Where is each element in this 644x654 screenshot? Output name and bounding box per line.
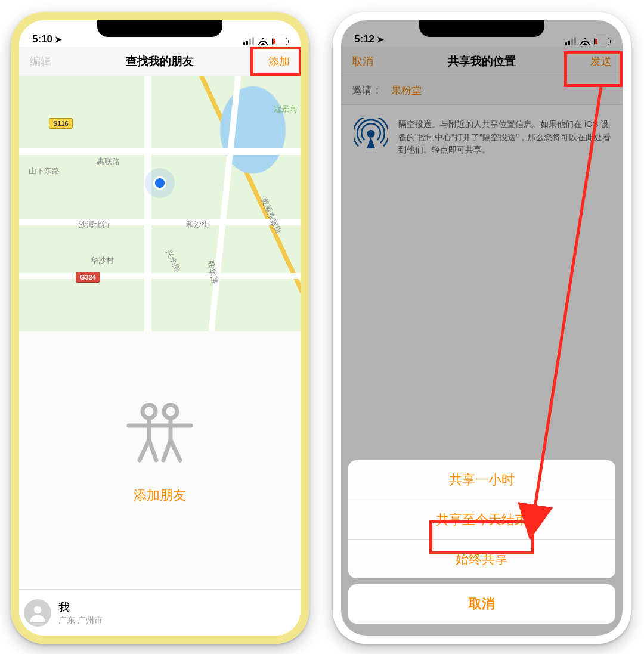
svg-line-6: [149, 440, 156, 460]
map-label-huashacun: 华沙村: [91, 255, 114, 266]
status-time: 5:10: [32, 33, 52, 45]
road-shield-s116: S116: [49, 118, 73, 129]
road-shield-g324: G324: [76, 272, 100, 283]
svg-point-0: [143, 405, 156, 418]
highlight-add-button: [250, 47, 301, 76]
page-title: 查找我的朋友: [126, 54, 194, 69]
signal-icon: [243, 37, 254, 45]
map-label-shanxia: 山下东路: [29, 166, 60, 176]
map-label-xinghuajie: 兴华街: [163, 248, 182, 274]
highlight-send-button: [564, 51, 623, 87]
map-label-heshajie: 和沙街: [186, 219, 209, 230]
edit-button[interactable]: 编辑: [30, 54, 51, 69]
notch: [419, 20, 544, 37]
svg-line-7: [163, 440, 171, 460]
map-view[interactable]: S116 G324 冠景高 惠联路 山下东路 沙湾北街 和沙街 华沙村 兴华街 …: [19, 76, 301, 331]
me-location: 广东 广州市: [58, 615, 103, 626]
add-friends-card[interactable]: 添加朋友: [19, 331, 301, 504]
svg-line-8: [171, 440, 180, 460]
phone-left: 5:10 ➤ 编辑 查找我的朋友 添加 S116 G324: [11, 12, 309, 644]
svg-point-9: [34, 606, 42, 613]
phone-right: 5:12 ➤ 取消 共享我的位置 发送 邀请： 果粉堂: [333, 12, 631, 644]
notch: [97, 20, 222, 37]
map-label-guanjinggao: 冠景高: [274, 104, 297, 114]
battery-low-icon: [272, 38, 287, 45]
map-label-shawanbeijie: 沙湾北街: [79, 219, 110, 230]
add-friends-label: 添加朋友: [19, 486, 301, 504]
friends-icon: [19, 403, 301, 466]
me-name: 我: [58, 600, 103, 615]
svg-line-5: [140, 440, 149, 460]
map-water: [199, 76, 301, 202]
share-cancel-button[interactable]: 取消: [348, 584, 615, 624]
map-label-huangwu: 黄屋东家街: [258, 196, 284, 236]
me-row[interactable]: 我 广东 广州市: [19, 589, 301, 636]
svg-point-1: [164, 405, 177, 418]
avatar-icon: [24, 599, 51, 627]
wifi-icon: [258, 37, 268, 45]
share-one-hour-button[interactable]: 共享一小时: [348, 460, 615, 500]
highlight-share-indefinitely: [429, 520, 534, 554]
map-label-huilian: 惠联路: [97, 156, 120, 167]
location-services-icon: ➤: [55, 35, 62, 44]
current-location-dot: [153, 176, 166, 190]
